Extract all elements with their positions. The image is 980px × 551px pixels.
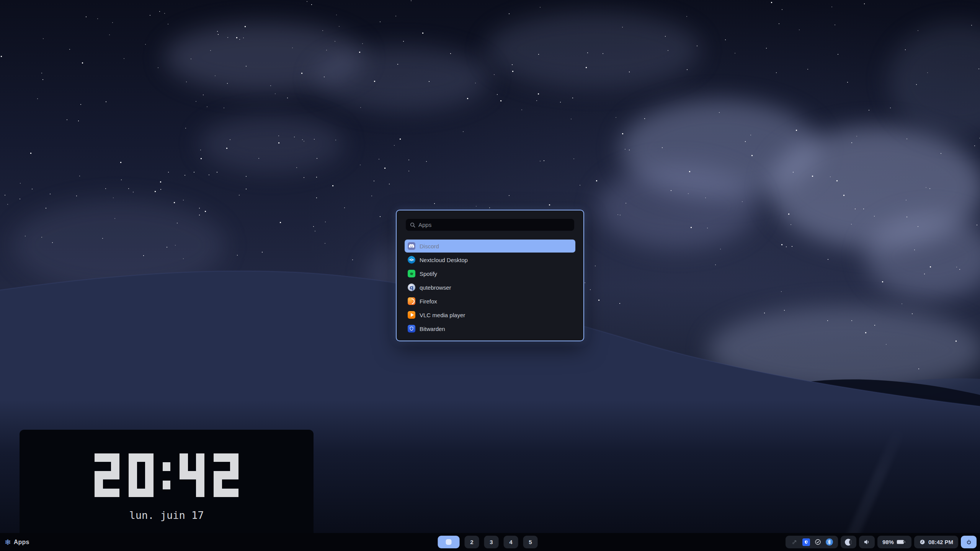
app-row-discord[interactable]: Discord [405,240,575,253]
battery-charging-icon [897,539,906,545]
battery-percent: 98% [882,539,894,545]
bitwarden-icon [408,325,415,333]
app-label: VLC media player [420,312,465,318]
clock-date: lun. juin 17 [20,509,314,521]
system-tray-area: 98% 08:42 PM [786,536,977,548]
firefox-icon [408,297,415,305]
app-row-firefox[interactable]: Firefox [405,295,575,308]
search-icon [410,222,415,228]
active-workspace-indicator [446,539,452,545]
workspace-4[interactable]: 4 [504,536,518,548]
bar-time: 08:42 PM [928,539,953,545]
app-row-vlc[interactable]: VLC media player [405,308,575,321]
search-input[interactable] [418,221,570,228]
workspace-3[interactable]: 3 [484,536,499,548]
clock-time-display [95,453,238,497]
vlc-icon [408,311,415,319]
app-label: Nextcloud Desktop [420,257,468,263]
app-label: Discord [420,243,439,249]
transfer-arrows-icon[interactable] [791,538,798,546]
app-row-nextcloud[interactable]: Nextcloud Desktop [405,253,575,266]
power-button[interactable] [961,536,977,548]
clock-widget: lun. juin 17 [20,430,314,533]
clock-pill[interactable]: 08:42 PM [914,536,958,548]
check-circle-icon[interactable] [814,538,822,546]
app-label: Spotify [420,271,437,277]
app-list: Discord Nextcloud Desktop Spotify q qute… [405,240,575,335]
battery-status[interactable]: 98% [877,536,911,548]
power-icon [965,539,972,546]
app-row-bitwarden[interactable]: Bitwarden [405,322,575,335]
app-label: qutebrowser [420,284,451,291]
search-box[interactable] [406,219,574,231]
qutebrowser-icon-letter: q [410,285,413,290]
app-label: Bitwarden [420,326,445,332]
spotify-icon [408,270,415,277]
night-light-button[interactable] [841,536,856,548]
moon-phase-icon [845,539,852,546]
apps-menu-label: Apps [14,539,29,546]
app-row-qutebrowser[interactable]: q qutebrowser [405,281,575,294]
workspace-switcher: 2 3 4 5 [438,536,538,548]
bluetooth-icon[interactable] [826,538,833,546]
nextcloud-icon [408,256,415,264]
bottom-bar: ❄ Apps 2 3 4 5 [0,533,980,551]
speaker-icon [863,538,871,546]
workspace-5[interactable]: 5 [523,536,538,548]
clock-icon [919,539,926,545]
volume-button[interactable] [859,536,875,548]
workspace-1-active[interactable] [438,536,460,548]
qutebrowser-icon: q [408,284,415,291]
nixos-logo-icon: ❄ [5,538,11,546]
discord-icon [408,242,415,250]
app-row-spotify[interactable]: Spotify [405,267,575,280]
tray-group [786,536,838,548]
apps-menu-button[interactable]: ❄ Apps [5,533,29,551]
app-launcher: Discord Nextcloud Desktop Spotify q qute… [396,210,584,341]
app-label: Firefox [420,298,437,305]
bitwarden-tray-icon[interactable] [802,538,810,546]
workspace-2[interactable]: 2 [465,536,479,548]
